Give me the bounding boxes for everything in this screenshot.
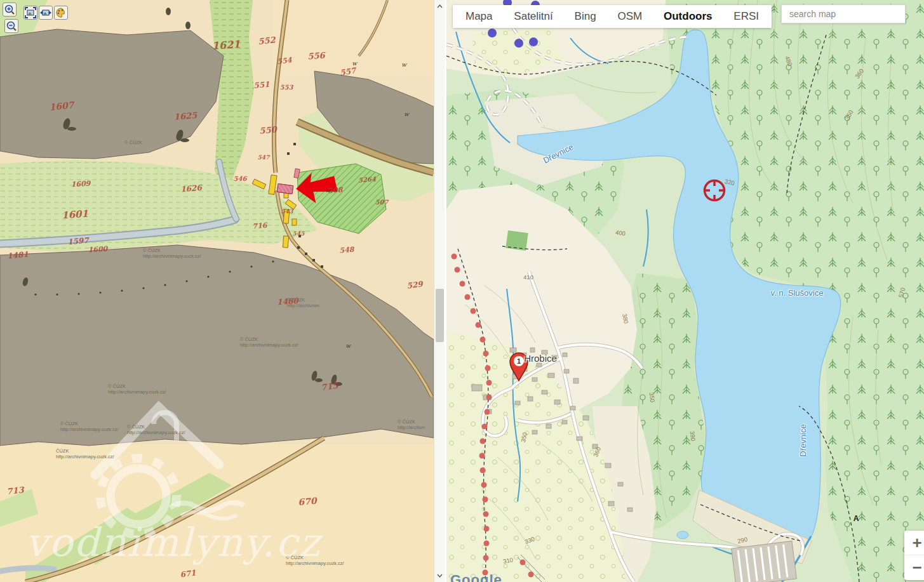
fit-extent-button[interactable] [23, 6, 37, 20]
cuzk-copyright: © ČÚZKhttp://archivnimapy.cuzk.cz/ [127, 424, 185, 435]
pan-icon [40, 7, 51, 18]
google-attribution-logo[interactable]: Google [450, 572, 502, 582]
cuzk-copyright: © ČÚZKhttp://archivnimapy.cuzk.cz/ [240, 336, 298, 348]
scrollbar-down-icon[interactable] [434, 571, 445, 581]
scrollbar-thumb[interactable] [436, 289, 444, 342]
tab-satelitni[interactable]: Satelitní [514, 10, 552, 23]
scrollbar-up-icon[interactable] [434, 1, 445, 11]
zoom-out-icon [6, 20, 17, 32]
palette-icon [55, 7, 67, 18]
cuzk-copyright: © ČÚZKhttp://archivnimapy.cuzk.cz/ [108, 383, 166, 395]
cuzk-copyright: © ČÚZK [124, 140, 142, 145]
tab-mapa[interactable]: Mapa [465, 10, 493, 23]
map-zoom-control: + − [904, 531, 924, 580]
layers-palette-button[interactable] [54, 6, 68, 20]
tab-ersi[interactable]: ERSI [733, 10, 759, 23]
pan-map-button[interactable] [39, 6, 53, 20]
cuzk-copyright: © ČÚZKhttp://archivnim [287, 297, 319, 308]
fit-extent-icon [25, 7, 36, 18]
cuzk-copyright: © ČÚZKhttp://archivn [398, 419, 425, 430]
tab-bing[interactable]: Bing [575, 10, 596, 23]
modern-map-panel[interactable]: 1 48036035032040041038057035039036035033… [446, 0, 924, 582]
cuzk-copyright: © ČÚZKhttp://archivnimapy.cuzk.cz/ [286, 555, 344, 566]
tab-outdoors[interactable]: Outdoors [664, 10, 713, 23]
zoom-in-icon [4, 4, 15, 15]
map-zoom-out-button[interactable]: − [904, 555, 924, 579]
cuzk-copyright: ČÚZKhttp://archivnimapy.cuzk.cz/ [56, 448, 114, 460]
search-input[interactable] [781, 4, 906, 23]
cuzk-copyright: © ČÚZKhttp://archivnimapy.cuzk.cz/ [143, 248, 201, 259]
vertical-scrollbar[interactable] [434, 0, 445, 582]
basemap-tabbar: Mapa Satelitní Bing OSM Outdoors ERSI [453, 5, 772, 28]
mapsym-label: A [854, 514, 859, 523]
map-search [781, 4, 906, 23]
map-zoom-in-button[interactable]: + [904, 531, 924, 555]
copyright-layer: © ČÚZK© ČÚZKhttp://archivnimapy.cuzk.cz/… [0, 0, 434, 582]
zoom-in-button[interactable] [3, 3, 17, 17]
historical-map-panel[interactable]: 1621552554556557551553550160716251609162… [0, 0, 434, 582]
map-symbol-layer: A [446, 0, 924, 582]
zoom-out-button[interactable] [4, 19, 18, 33]
tab-osm[interactable]: OSM [617, 10, 642, 23]
cuzk-copyright: © ČÚZKhttp://archivnimapy.cuzk.cz/ [60, 421, 119, 432]
